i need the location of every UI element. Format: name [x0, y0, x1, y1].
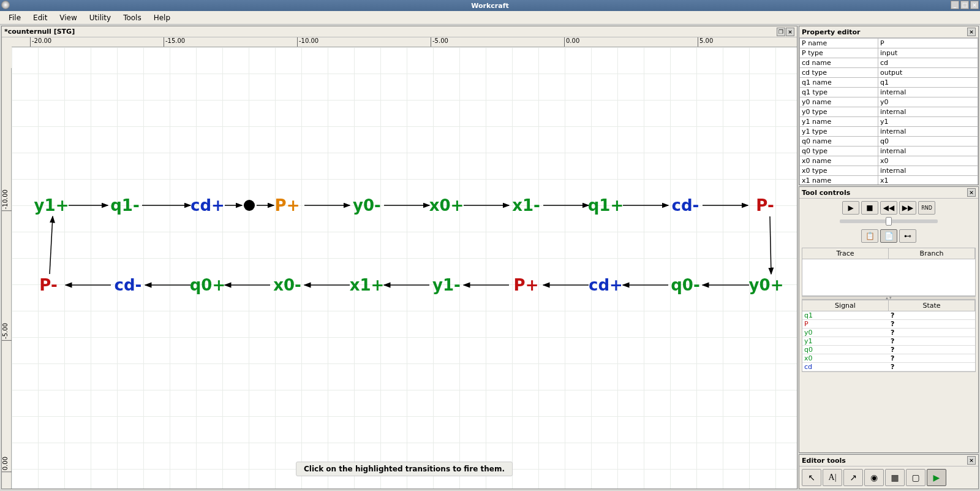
- prop-value[interactable]: internal: [878, 147, 978, 156]
- doc-close-button[interactable]: ×: [786, 28, 794, 36]
- prop-key: q0 type: [800, 147, 878, 156]
- transition-P+[interactable]: P+: [514, 276, 539, 294]
- transition-P+[interactable]: P+: [275, 196, 300, 215]
- transition-q1+[interactable]: q1+: [588, 196, 624, 215]
- place-tool[interactable]: ◉: [864, 469, 884, 486]
- close-button[interactable]: ×: [970, 1, 979, 9]
- ruler-vertical: -10.00-5.000.00: [2, 68, 12, 489]
- transition-cd-[interactable]: cd-: [672, 196, 699, 215]
- transition-cd-[interactable]: cd-: [115, 276, 142, 294]
- simulate-tool[interactable]: ▶: [927, 469, 946, 486]
- transition-x1+[interactable]: x1+: [350, 276, 385, 294]
- prop-value[interactable]: internal: [878, 107, 978, 117]
- trace-tool-button[interactable]: ⊷: [899, 229, 916, 243]
- property-table[interactable]: P namePP typeinputcd namecdcd typeoutput…: [799, 38, 978, 185]
- dummy-tool[interactable]: ▢: [906, 469, 925, 486]
- signal-table-body[interactable]: q1?P?y0?y1?q0?x0?cd?: [802, 311, 976, 372]
- transition-tool[interactable]: ▦: [885, 469, 905, 486]
- prop-key: q1 type: [800, 88, 878, 97]
- step-back-button[interactable]: ◀◀: [880, 201, 897, 215]
- connect-tool[interactable]: ↗: [843, 469, 863, 486]
- copy-trace-button[interactable]: 📋: [861, 229, 878, 243]
- transition-P-[interactable]: P-: [39, 276, 57, 294]
- prop-value[interactable]: q1: [878, 78, 978, 88]
- menu-utility[interactable]: Utility: [83, 12, 117, 23]
- signal-row[interactable]: cd?: [802, 363, 975, 371]
- transition-y0+[interactable]: y0+: [749, 276, 784, 294]
- signal-row[interactable]: x0?: [802, 354, 975, 363]
- transition-y0-[interactable]: y0-: [353, 196, 381, 215]
- prop-key: q0 name: [800, 137, 878, 147]
- prop-value[interactable]: output: [878, 68, 978, 78]
- signal-col-state: State: [889, 300, 975, 311]
- signal-col-name: Signal: [802, 300, 889, 311]
- menu-view[interactable]: View: [53, 12, 83, 23]
- prop-value[interactable]: y1: [878, 117, 978, 127]
- prop-value[interactable]: internal: [878, 88, 978, 97]
- panel-close-button[interactable]: ×: [967, 456, 976, 465]
- transition-cd+[interactable]: cd+: [190, 196, 225, 215]
- transition-q0+[interactable]: q0+: [190, 276, 226, 294]
- panel-close-button[interactable]: ×: [967, 188, 976, 197]
- prop-key: y0 type: [800, 107, 878, 117]
- text-tool[interactable]: A|: [823, 469, 842, 486]
- editor-tools-title: Editor tools: [802, 457, 846, 465]
- prop-value[interactable]: P: [878, 39, 978, 48]
- editor-area: *counternull [STG] ❐ × -20.00-15.00-10.0…: [1, 26, 797, 489]
- trace-col-branch: Branch: [889, 248, 975, 259]
- transition-cd+[interactable]: cd+: [589, 276, 623, 294]
- menu-edit[interactable]: Edit: [27, 12, 53, 23]
- transition-P-[interactable]: P-: [756, 196, 774, 215]
- signal-row[interactable]: y0?: [802, 329, 975, 337]
- prop-key: cd name: [800, 58, 878, 68]
- signal-row[interactable]: y1?: [802, 337, 975, 346]
- canvas-grid: [12, 47, 797, 489]
- play-button[interactable]: ▶: [842, 201, 859, 215]
- prop-value[interactable]: input: [878, 48, 978, 58]
- prop-value[interactable]: q0: [878, 137, 978, 147]
- step-forward-button[interactable]: ▶▶: [899, 201, 916, 215]
- window-title: Workcraft: [471, 2, 508, 10]
- ruler-horizontal: -20.00-15.00-10.00-5.000.005.00: [12, 37, 797, 47]
- trace-table-body[interactable]: [802, 259, 976, 296]
- document-tab[interactable]: *counternull [STG] ❐ ×: [2, 26, 797, 37]
- prop-value[interactable]: x1: [878, 176, 978, 185]
- menu-file[interactable]: File: [2, 12, 27, 23]
- transition-x0+[interactable]: x0+: [429, 196, 464, 215]
- prop-key: P name: [800, 39, 878, 48]
- prop-key: q1 name: [800, 78, 878, 88]
- editor-tools-panel: Editor tools × ↖ A| ↗ ◉ ▦ ▢ ▶: [799, 454, 979, 489]
- signal-row[interactable]: q1?: [802, 311, 975, 320]
- prop-key: x0 type: [800, 166, 878, 176]
- menu-tools[interactable]: Tools: [117, 12, 148, 23]
- stop-button[interactable]: ■: [861, 201, 878, 215]
- prop-value[interactable]: y0: [878, 97, 978, 107]
- prop-value[interactable]: cd: [878, 58, 978, 68]
- prop-value[interactable]: internal: [878, 127, 978, 137]
- canvas[interactable]: Click on the highlighted transitions to …: [12, 47, 797, 489]
- speed-slider[interactable]: [840, 219, 938, 223]
- prop-key: P type: [800, 48, 878, 58]
- tool-controls-panel: Tool controls × ▶ ■ ◀◀ ▶▶ RND 📋 📄 ⊷: [799, 186, 979, 453]
- prop-value[interactable]: internal: [878, 166, 978, 176]
- signal-row[interactable]: P?: [802, 320, 975, 329]
- select-tool[interactable]: ↖: [802, 469, 821, 486]
- panel-close-button[interactable]: ×: [967, 28, 976, 36]
- maximize-button[interactable]: □: [960, 1, 969, 9]
- random-button[interactable]: RND: [918, 201, 935, 215]
- transition-q1-[interactable]: q1-: [110, 196, 140, 215]
- transition-y1-[interactable]: y1-: [432, 276, 461, 294]
- transition-y1+[interactable]: y1+: [34, 196, 69, 215]
- transition-x0-[interactable]: x0-: [273, 276, 301, 294]
- property-editor-title: Property editor: [802, 28, 860, 36]
- signal-row[interactable]: q0?: [802, 346, 975, 354]
- token-place[interactable]: [244, 200, 255, 211]
- minimize-button[interactable]: _: [951, 1, 959, 9]
- menu-help[interactable]: Help: [148, 12, 176, 23]
- transition-q0-[interactable]: q0-: [671, 276, 700, 294]
- paste-trace-button[interactable]: 📄: [880, 229, 897, 243]
- trace-table-header: Trace Branch: [802, 248, 976, 259]
- prop-value[interactable]: x0: [878, 156, 978, 166]
- transition-x1-[interactable]: x1-: [512, 196, 540, 215]
- doc-maximize-button[interactable]: ❐: [777, 28, 785, 36]
